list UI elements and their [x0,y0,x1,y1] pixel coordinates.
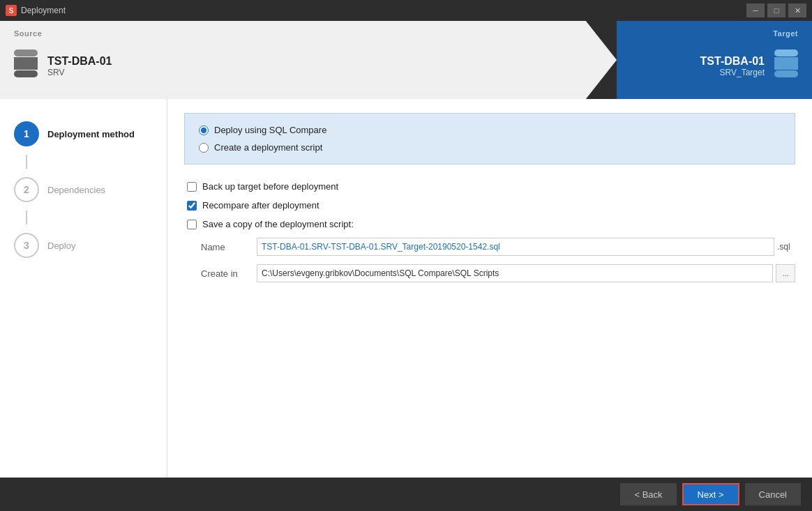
source-db-name: SRV [47,68,112,77]
content-area: Deploy using SQL Compare Create a deploy… [167,99,812,478]
step-connector-2 [26,211,27,224]
create-in-field-input[interactable] [257,264,773,282]
minimize-button[interactable]: ─ [746,3,765,17]
source-server-name: TST-DBA-01 [47,55,112,68]
titlebar: S Deployment ─ □ ✕ [0,0,812,21]
name-field-suffix: .sql [774,242,795,252]
recompare-after-checkbox[interactable] [187,201,197,211]
sidebar: 1 Deployment method 2 Dependencies 3 Dep… [0,99,167,478]
target-server-name: TST-DBA-01 [700,55,765,68]
next-button[interactable]: Next > [682,483,739,505]
maximize-button[interactable]: □ [767,3,785,17]
create-deployment-script-radio[interactable] [199,143,209,153]
app-logo-icon: S [6,5,17,16]
backup-target-row[interactable]: Back up target before deployment [187,181,792,192]
step-2-item[interactable]: 2 Dependencies [0,169,167,211]
target-label: Target [773,29,798,38]
save-copy-row[interactable]: Save a copy of the deployment script: [187,219,792,229]
step-3-item[interactable]: 3 Deploy [0,224,167,266]
deploy-sql-compare-label: Deploy using SQL Compare [214,125,326,135]
step-2-label: Dependencies [47,185,105,195]
source-header: Source TST-DBA-01 SRV [0,21,617,99]
name-field-label: Name [201,242,257,252]
recompare-after-row[interactable]: Recompare after deployment [187,200,792,211]
header: Source TST-DBA-01 SRV Target TST-DBA-01 … [0,21,812,99]
close-button[interactable]: ✕ [788,3,806,17]
target-db-icon [774,49,798,77]
deployment-method-box: Deploy using SQL Compare Create a deploy… [184,113,795,165]
step-3-circle: 3 [14,233,39,258]
name-field-input[interactable] [257,238,774,256]
step-2-circle: 2 [14,177,39,202]
source-label: Source [14,29,42,38]
source-db-icon [14,49,38,77]
footer: < Back Next > Cancel [0,478,812,511]
recompare-after-label: Recompare after deployment [202,200,319,211]
create-in-field-label: Create in [201,268,257,279]
save-copy-checkbox[interactable] [187,220,197,229]
target-db-name: SRV_Target [700,68,765,77]
create-deployment-script-label: Create a deployment script [214,142,322,153]
create-in-field-row: Create in ... [184,264,795,282]
deploy-sql-compare-radio[interactable] [199,125,209,135]
target-info: TST-DBA-01 SRV_Target [700,55,765,77]
browse-button[interactable]: ... [776,264,795,282]
step-1-circle: 1 [14,121,39,146]
backup-target-label: Back up target before deployment [202,181,338,192]
save-copy-label: Save a copy of the deployment script: [202,219,354,229]
create-deployment-script-option[interactable]: Create a deployment script [199,142,781,153]
name-field-row: Name .sql [184,238,795,256]
titlebar-left: S Deployment [6,5,66,16]
window-title: Deployment [21,6,66,15]
target-header: Target TST-DBA-01 SRV_Target [617,21,812,99]
cancel-button[interactable]: Cancel [745,483,801,505]
backup-target-checkbox[interactable] [187,182,197,192]
back-button[interactable]: < Back [620,483,676,505]
main-content: 1 Deployment method 2 Dependencies 3 Dep… [0,99,812,478]
titlebar-controls: ─ □ ✕ [746,3,806,17]
step-1-item[interactable]: 1 Deployment method [0,113,167,155]
checkboxes-section: Back up target before deployment Recompa… [184,181,795,229]
step-3-label: Deploy [47,241,75,251]
step-connector-1 [26,155,27,169]
deploy-sql-compare-option[interactable]: Deploy using SQL Compare [199,125,781,135]
step-1-label: Deployment method [47,129,135,139]
source-info: TST-DBA-01 SRV [47,55,112,77]
